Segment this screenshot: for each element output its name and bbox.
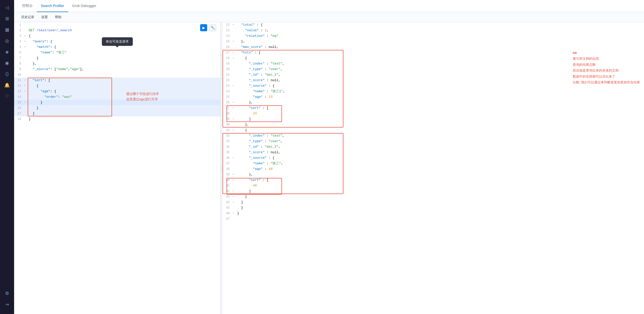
run-button[interactable]: ▶	[200, 24, 207, 31]
code-line: 11 ▾ "sort": [	[14, 78, 220, 83]
code-line: 27 ▾ "sort" : [	[223, 105, 543, 111]
editor-container[interactable]: 1 2 GET /test/user/_search 3 ▾ {	[14, 22, 220, 314]
editor-toolbar: ▶ 🔧	[200, 24, 216, 31]
code-line: 2 GET /test/user/_search	[14, 28, 220, 33]
code-line: 14 "relation" : "eq"	[223, 33, 543, 39]
code-line: 29 ▾ ]	[223, 116, 543, 122]
code-line: 37 "name" : "张三",	[223, 161, 543, 166]
code-line: 10	[14, 72, 220, 78]
code-line: 18 }	[14, 116, 220, 122]
code-line: 41 40	[223, 183, 543, 189]
tab-grok-debugger[interactable]: Grok Debugger	[68, 0, 100, 12]
code-line: 25 "age" : 23	[223, 94, 543, 100]
code-line: 5 ▾ "match": {	[14, 44, 220, 50]
sidebar: ◁ ⊞ ▦ ◎ ◈ ◉ ⟨⟩ 🔔 ♡ ⚙ ⇒	[0, 0, 14, 314]
subnav-help[interactable]: 帮助	[52, 14, 64, 20]
discover-icon[interactable]: ◎	[2, 36, 12, 46]
code-line: 15 ▾ }	[14, 100, 220, 105]
code-line: 22 "_score" : null,	[223, 78, 543, 83]
results-annotation: hit 索引和文档的信息 查询的结果总数 然后就是查询出来的具体的文档 数据中的…	[573, 50, 640, 85]
code-line: 7 }	[14, 55, 220, 61]
code-line: 39 ▾ },	[223, 172, 543, 177]
code-line: 14 "order": "asc"	[14, 94, 220, 100]
wrench-button[interactable]: 🔧	[209, 24, 216, 31]
code-line: 30 },	[223, 122, 543, 128]
code-line: 18 ▾ {	[223, 55, 543, 61]
code-line: 16 "max_score" : null,	[223, 44, 543, 50]
code-line: 20 "_type" : "user",	[223, 67, 543, 72]
results-panel[interactable]: hit 索引和文档的信息 查询的结果总数 然后就是查询出来的具体的文档 数据中的…	[223, 22, 644, 314]
code-line: 32 "_index" : "test",	[223, 133, 543, 139]
alerts-icon[interactable]: 🔔	[2, 80, 12, 90]
visualize-icon[interactable]: ◈	[2, 47, 12, 57]
tab-search-profiler[interactable]: Search Profiler	[37, 0, 68, 12]
code-line: 42 ▾ ]	[223, 189, 543, 194]
code-line: 24 "name" : "张三1",	[223, 89, 543, 94]
dashboard-icon[interactable]: ▦	[2, 25, 12, 35]
code-line: 33 "_type" : "user",	[223, 139, 543, 144]
code-line: 46 ▾ }	[223, 211, 543, 216]
code-line: 8 },	[14, 61, 220, 67]
content-area: 单击可发送请求 ▶ 🔧 1 2 GET /test/user/	[14, 22, 644, 314]
tab-console[interactable]: 控制台	[18, 0, 37, 12]
sub-nav: 历史记录 设置 帮助	[14, 12, 644, 22]
code-line: 9 "_source": ["name","age"],	[14, 67, 220, 72]
code-line: 26 ▾ },	[223, 100, 543, 105]
subnav-settings[interactable]: 设置	[38, 14, 51, 20]
home-icon[interactable]: ⊞	[2, 14, 12, 24]
settings-icon[interactable]: ⚙	[2, 288, 12, 298]
code-line: 6 "name": "张三"	[14, 50, 220, 55]
code-line: 35 "_score" : null,	[223, 150, 543, 155]
panel-divider[interactable]: ⋮	[221, 22, 223, 314]
back-icon[interactable]: ◁	[2, 3, 12, 13]
code-line: 12 ▾ {	[14, 83, 220, 89]
code-line: 44 ▾ ]	[223, 200, 543, 205]
code-line: 23 ▾ "_source" : {	[223, 83, 543, 89]
top-nav: 控制台 Search Profiler Grok Debugger	[14, 0, 644, 12]
code-line: 3 ▾ {	[14, 33, 220, 39]
code-line: 4 ▾ "query": {	[14, 39, 220, 44]
code-line: 28 23	[223, 111, 543, 116]
code-line: 45 }	[223, 205, 543, 211]
code-line: 17 ▾ "hits" : [	[223, 50, 543, 55]
code-line: 34 "_id" : "doc_2",	[223, 144, 543, 150]
code-line: 31 ▾ {	[223, 128, 543, 133]
code-line: 17 ]	[14, 111, 220, 116]
code-line: 43 ▾ }	[223, 194, 543, 200]
code-line: 38 "age" : 40	[223, 166, 543, 172]
monitoring-icon[interactable]: ♡	[2, 91, 12, 101]
code-line: 1	[14, 22, 220, 28]
code-line: 15 ▾ },	[223, 39, 543, 44]
code-line: 19 "_index" : "test",	[223, 61, 543, 67]
code-line: 16 }	[14, 105, 220, 111]
code-line: 40 ▾ "sort" : [	[223, 177, 543, 183]
code-line: 13 "value" : 2,	[223, 28, 543, 33]
main-area: 控制台 Search Profiler Grok Debugger 历史记录 设…	[14, 0, 644, 314]
code-line: 21 "_id" : "doc_1",	[223, 72, 543, 78]
code-line: 13 ▾ "age": {	[14, 89, 220, 94]
expand-icon[interactable]: ⇒	[2, 299, 12, 309]
code-line: 36 ▾ "_source" : {	[223, 155, 543, 161]
maps-icon[interactable]: ◉	[2, 58, 12, 68]
devtools-icon[interactable]: ⟨⟩	[2, 69, 12, 79]
editor-panel: 单击可发送请求 ▶ 🔧 1 2 GET /test/user/	[14, 22, 221, 314]
code-line: 47	[223, 216, 543, 222]
code-line: 12 ▾ "total" : {	[223, 22, 543, 28]
subnav-history[interactable]: 历史记录	[18, 14, 37, 20]
